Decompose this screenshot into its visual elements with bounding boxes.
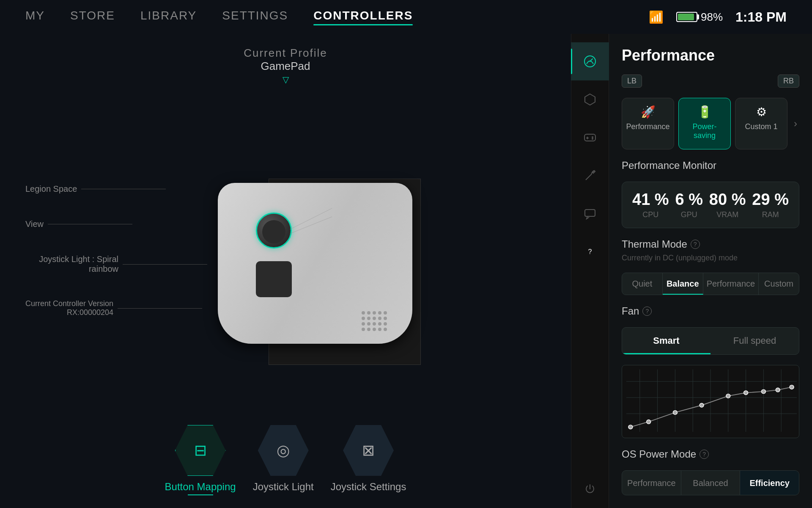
controller-visual bbox=[218, 162, 438, 340]
svg-rect-10 bbox=[585, 210, 595, 216]
chat-icon bbox=[584, 208, 596, 220]
cpu-label: CPU bbox=[642, 210, 658, 219]
thermal-quiet[interactable]: Quiet bbox=[622, 273, 663, 295]
fan-curve-svg bbox=[622, 365, 799, 438]
ram-value: 29 % bbox=[752, 190, 789, 209]
joystick-settings-btn[interactable]: ⊠ Joystick Settings bbox=[331, 425, 406, 495]
svg-point-25 bbox=[673, 410, 677, 414]
svg-marker-4 bbox=[585, 94, 595, 105]
thermal-info-icon[interactable]: ? bbox=[691, 240, 700, 249]
thermal-subtitle: Currently in DC (unplugged) mode bbox=[622, 254, 799, 262]
bottom-action-bar: ⊟ Button Mapping ◎ Joystick Light ⊠ Joys… bbox=[0, 417, 571, 508]
nav-my[interactable]: MY bbox=[25, 9, 45, 25]
svg-line-0 bbox=[290, 208, 332, 229]
nav-items: MY STORE LIBRARY SETTINGS CONTROLLERS bbox=[25, 9, 649, 25]
profile-dropdown-arrow[interactable]: ▽ bbox=[0, 75, 571, 85]
clock: 1:18 PM bbox=[735, 9, 787, 25]
connector-lines-svg bbox=[285, 204, 336, 246]
svg-rect-5 bbox=[584, 134, 595, 141]
thermal-mode-title: Thermal Mode ? bbox=[622, 238, 799, 250]
hexagon-icon bbox=[584, 93, 596, 106]
sidebar-performance-icon[interactable] bbox=[571, 42, 609, 80]
joystick-light-btn[interactable]: ◎ Joystick Light bbox=[253, 425, 314, 495]
dpad[interactable] bbox=[256, 261, 292, 297]
ram-label: RAM bbox=[762, 210, 779, 219]
fan-title: Fan ? bbox=[622, 305, 799, 317]
vram-label: VRAM bbox=[716, 210, 738, 219]
battery-percent: 98% bbox=[701, 11, 723, 24]
profile-name: GamePad bbox=[0, 60, 571, 73]
sidebar-power-icon[interactable] bbox=[571, 470, 609, 508]
sidebar-chat-icon[interactable] bbox=[571, 195, 609, 233]
profile-card-power-saving[interactable]: 🔋 Power-saving bbox=[678, 98, 731, 149]
performance-card-icon: 🚀 bbox=[641, 105, 656, 119]
joystick-settings-hexagon: ⊠ bbox=[343, 425, 394, 476]
label-joystick-light: Joystick Light : Spiral rainbow bbox=[25, 254, 207, 274]
gpu-label: GPU bbox=[681, 210, 697, 219]
battery-fill bbox=[678, 14, 694, 20]
battery-indicator: 98% bbox=[676, 11, 723, 24]
nav-store[interactable]: STORE bbox=[70, 9, 115, 25]
joystick-light-hexagon: ◎ bbox=[258, 425, 309, 476]
fan-full-speed[interactable]: Full speed bbox=[710, 328, 799, 354]
sidebar-hex-icon[interactable] bbox=[571, 80, 609, 119]
profile-cards: 🚀 Performance 🔋 Power-saving ⚙ Custom 1 … bbox=[622, 98, 799, 149]
controller-body bbox=[218, 183, 412, 344]
nav-controllers[interactable]: CONTROLLERS bbox=[313, 9, 413, 25]
label-view: View bbox=[25, 219, 207, 229]
svg-point-23 bbox=[628, 425, 633, 429]
os-power-info-icon[interactable]: ? bbox=[700, 450, 709, 459]
vram-value: 80 % bbox=[709, 190, 746, 209]
label-line-legion bbox=[81, 189, 166, 189]
os-efficiency[interactable]: Efficiency bbox=[740, 471, 799, 495]
sidebar-controller-icon[interactable] bbox=[571, 119, 609, 157]
sidebar-icons: ? bbox=[571, 34, 609, 508]
profile-label: Current Profile bbox=[0, 47, 571, 60]
perf-monitor-title: Performance Monitor bbox=[622, 160, 799, 171]
button-mapping-btn[interactable]: ⊟ Button Mapping bbox=[165, 425, 236, 495]
cpu-value: 41 % bbox=[632, 190, 669, 209]
right-panel: Performance LB RB 🚀 Performance 🔋 Power-… bbox=[609, 34, 812, 508]
lb-tag[interactable]: LB bbox=[622, 75, 642, 88]
fan-curve-chart[interactable] bbox=[622, 365, 799, 438]
svg-point-24 bbox=[647, 420, 651, 424]
profile-card-performance[interactable]: 🚀 Performance bbox=[622, 98, 674, 149]
nav-settings[interactable]: SETTINGS bbox=[222, 9, 288, 25]
gpu-value: 6 % bbox=[675, 190, 703, 209]
svg-point-8 bbox=[592, 136, 593, 138]
thermal-balance[interactable]: Balance bbox=[663, 273, 703, 295]
sidebar-wrench-icon[interactable] bbox=[571, 157, 609, 195]
profile-scroll-arrow[interactable]: › bbox=[792, 98, 799, 149]
nav-library[interactable]: LIBRARY bbox=[140, 9, 197, 25]
fan-smart[interactable]: Smart bbox=[622, 328, 710, 354]
fan-mode-buttons: Smart Full speed bbox=[622, 327, 799, 355]
thermal-custom[interactable]: Custom bbox=[759, 273, 799, 295]
os-balanced[interactable]: Balanced bbox=[681, 471, 741, 495]
joystick-light-label: Joystick Light bbox=[253, 481, 314, 493]
joystick-settings-label: Joystick Settings bbox=[331, 481, 406, 493]
controller-icon bbox=[584, 132, 596, 144]
label-line-view bbox=[48, 224, 132, 224]
main-content: Current Profile GamePad ▽ Legion Space V… bbox=[0, 34, 812, 508]
wrench-icon bbox=[584, 170, 596, 182]
label-text-joystick: Joystick Light : Spiral rainbow bbox=[25, 254, 118, 274]
svg-point-27 bbox=[726, 394, 730, 398]
controller-labels: Legion Space View Joystick Light : Spira… bbox=[25, 85, 207, 417]
svg-point-29 bbox=[761, 389, 765, 394]
button-mapping-icon: ⊟ bbox=[194, 442, 207, 459]
svg-point-26 bbox=[700, 403, 704, 407]
lb-rb-row: LB RB bbox=[622, 75, 799, 88]
os-performance[interactable]: Performance bbox=[622, 471, 681, 495]
label-controller-version: Current Controller VersionRX:00000204 bbox=[25, 299, 207, 317]
joystick-light-icon: ◎ bbox=[277, 442, 290, 459]
rb-tag[interactable]: RB bbox=[778, 75, 799, 88]
sidebar-help-icon[interactable]: ? bbox=[571, 233, 609, 271]
label-line-version bbox=[118, 308, 202, 309]
power-saving-card-icon: 🔋 bbox=[697, 105, 712, 119]
button-mapping-hexagon: ⊟ bbox=[175, 425, 226, 476]
battery-bar-icon bbox=[676, 12, 697, 22]
thermal-performance[interactable]: Performance bbox=[703, 273, 759, 295]
profile-card-custom[interactable]: ⚙ Custom 1 bbox=[735, 98, 787, 149]
fan-info-icon[interactable]: ? bbox=[642, 306, 652, 316]
status-bar: 📶 98% 1:18 PM bbox=[649, 9, 787, 25]
